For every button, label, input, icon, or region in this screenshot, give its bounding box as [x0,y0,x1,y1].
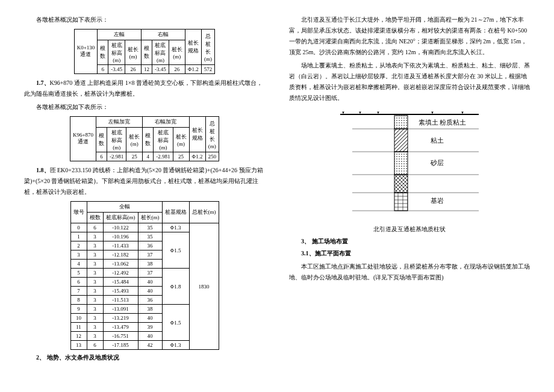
geo-p2: 场地上覆素填土、粉质粘土，从地表向下依次为素填土、粉质粘土、粘土、细砂层、基岩（… [289,60,530,104]
svg-rect-10 [394,152,408,175]
svg-rect-8 [394,116,408,129]
t1-row-label: K0+130通道 [74,30,98,74]
soil-layer-1: 素填土 [419,119,438,126]
p-1-7: 1.7、K96+870 通道 上部构造采用 1×8 普通砼简支空心板，下部构造采… [24,78,265,99]
svg-text:▼: ▼ [358,111,362,114]
table-k0-130: K0+130通道 左幅 右幅 桩长规格 总桩长(m) 根数桩底标高(m)桩长(m… [74,29,216,74]
soil-layer-5: 基岩 [431,197,444,204]
pile-intro-1: 各墩桩基概况如下表所示： [24,14,265,25]
svg-rect-9 [394,129,408,152]
pile-intro-2: 各墩桩基概况如下表所示： [24,102,265,113]
svg-text:▼: ▼ [341,111,345,114]
geo-p1: 北引道及互通位于长江大堤外，地势平坦开阔，地面高程一般为 21～27m，地下水丰… [289,14,530,58]
svg-text:▼: ▼ [431,111,434,114]
layout-p1: 本工区施工地点距离施工处驻地较远，且桥梁桩基分布零散，在现场布设钢筋笼加工场地、… [289,261,530,283]
section-3-title: 3、 施工场地布置 [289,237,530,246]
section-3-1-title: 3.1、施工平面布置 [289,249,530,258]
soil-layer-4: 砂层 [430,159,444,166]
svg-rect-11 [394,175,408,193]
table-k96-870: K96+870通道 左幅加宽 右幅加宽 桩长规格 总桩长(m) 根数桩底标高(m… [70,116,219,161]
soil-layer-3: 粘土 [431,137,444,144]
svg-text:▼: ▼ [461,111,464,114]
soil-layer-2: 粉质粘土 [440,119,466,126]
soil-diagram-caption: 北引道及互通桩基地质柱状 [289,225,530,234]
p-1-8: 1.8、匝 EK0+233.150 跨线桥：上部构造为(5×20 普通钢筋砼箱梁… [24,165,265,198]
soil-column-diagram: ▼▼▼▼▼ 素填土 粉质粘土 粘土 砂层 基岩 [340,110,479,219]
table-ek0-233: 墩号 全幅 桩基规格 总桩长(m) 根数桩底标高(m)桩长(m) 06-10.1… [70,201,219,350]
svg-rect-12 [394,193,408,211]
svg-text:▼: ▼ [376,111,380,114]
section-2-title: 2、 地势、水文条件及地质状况 [24,353,265,362]
